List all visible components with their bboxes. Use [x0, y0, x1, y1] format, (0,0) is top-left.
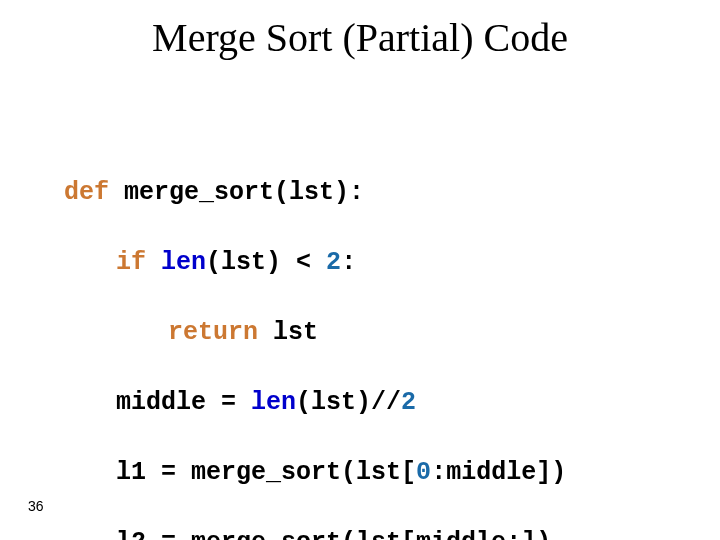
paren-close: ) [551, 458, 566, 487]
var-middle: middle [416, 528, 506, 540]
code-block: def merge_sort(lst): if len(lst) < 2: re… [64, 140, 566, 540]
arg-lst: lst [221, 248, 266, 277]
code-line-6: l2 = merge_sort(lst[middle:]) [116, 525, 566, 540]
keyword-if: if [116, 248, 146, 277]
call-merge-sort: merge_sort [191, 458, 341, 487]
page-number: 36 [28, 498, 44, 514]
slide-title: Merge Sort (Partial) Code [0, 14, 720, 61]
paren-close: ) [536, 528, 551, 540]
arg-lst: lst [356, 528, 401, 540]
code-line-1: def merge_sort(lst): [64, 175, 566, 210]
slide: Merge Sort (Partial) Code def merge_sort… [0, 0, 720, 540]
paren-close: ) [266, 248, 281, 277]
number-literal: 2 [401, 388, 416, 417]
builtin-len: len [161, 248, 206, 277]
paren-open: ( [296, 388, 311, 417]
colon: : [506, 528, 521, 540]
code-line-2: if len(lst) < 2: [116, 245, 566, 280]
bracket-open: [ [401, 458, 416, 487]
colon: : [341, 248, 356, 277]
operator-lt: < [281, 248, 326, 277]
bracket-close: ] [521, 528, 536, 540]
arg-lst: lst [311, 388, 356, 417]
return-value: lst [258, 318, 318, 347]
call-merge-sort: merge_sort [191, 528, 341, 540]
colon: : [431, 458, 446, 487]
param-lst: lst [289, 178, 334, 207]
operator-floordiv: // [371, 388, 401, 417]
var-l2: l2 [116, 528, 146, 540]
keyword-return: return [168, 318, 258, 347]
paren-open: ( [341, 458, 356, 487]
arg-lst: lst [356, 458, 401, 487]
var-middle: middle [116, 388, 206, 417]
keyword-def: def [64, 178, 109, 207]
paren-close: ) [356, 388, 371, 417]
paren-open: ( [206, 248, 221, 277]
operator-eq: = [146, 458, 191, 487]
paren-open: ( [341, 528, 356, 540]
number-literal: 0 [416, 458, 431, 487]
function-name: merge_sort [124, 178, 274, 207]
code-line-3: return lst [168, 315, 566, 350]
var-l1: l1 [116, 458, 146, 487]
bracket-open: [ [401, 528, 416, 540]
var-middle: middle [446, 458, 536, 487]
builtin-len: len [251, 388, 296, 417]
code-line-4: middle = len(lst)//2 [116, 385, 566, 420]
paren-open: ( [274, 178, 289, 207]
code-line-5: l1 = merge_sort(lst[0:middle]) [116, 455, 566, 490]
bracket-close: ] [536, 458, 551, 487]
operator-eq: = [146, 528, 191, 540]
number-literal: 2 [326, 248, 341, 277]
paren-close-colon: ): [334, 178, 364, 207]
operator-eq: = [206, 388, 251, 417]
